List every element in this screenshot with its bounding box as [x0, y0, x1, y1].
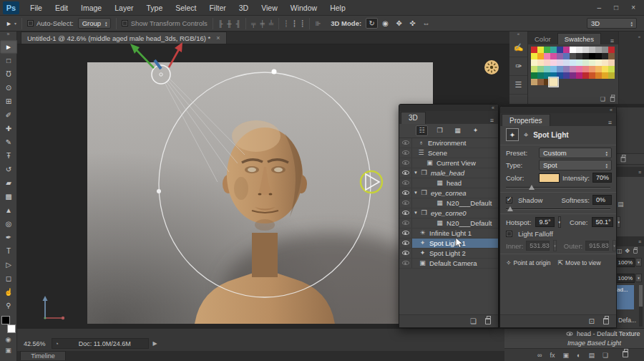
- scene-item-head-material[interactable]: ▦ head: [399, 178, 498, 188]
- stepper-icon[interactable]: [553, 240, 557, 251]
- collapse-dock-icon[interactable]: «: [638, 34, 640, 39]
- swatch[interactable]: [595, 59, 602, 66]
- panel-icon[interactable]: ▤: [618, 201, 624, 208]
- swatch[interactable]: [531, 53, 537, 59]
- tool-preset-dropdown-icon[interactable]: ▾: [14, 21, 16, 26]
- visibility-toggle[interactable]: [399, 198, 412, 208]
- brush-tool[interactable]: ✎: [0, 135, 17, 149]
- swatch[interactable]: [576, 47, 582, 53]
- brush-presets-panel-icon[interactable]: ✑: [509, 57, 527, 76]
- align-icon[interactable]: ╤: [251, 20, 255, 27]
- scene-item-eye-corne0[interactable]: ▼ ❒ eye_corne0: [399, 208, 498, 218]
- tab-timeline[interactable]: Timeline: [20, 351, 66, 360]
- orbit-3d-mode-icon[interactable]: ↻: [366, 18, 378, 29]
- swatch[interactable]: [531, 79, 537, 85]
- swatch[interactable]: [537, 79, 544, 85]
- swatch[interactable]: [550, 66, 557, 72]
- swatch[interactable]: [608, 59, 615, 66]
- tab-swatches[interactable]: Swatches: [557, 33, 601, 44]
- background-color-chip[interactable]: [7, 324, 16, 333]
- dropdown-arrow-icon[interactable]: [635, 258, 642, 266]
- swatch[interactable]: [563, 53, 570, 59]
- softness-field[interactable]: 0%: [592, 195, 612, 205]
- filter-whole-scene-icon[interactable]: ☷: [416, 125, 428, 136]
- quick-selection-tool[interactable]: ⊙: [0, 81, 17, 95]
- auto-select-checkbox[interactable]: [27, 20, 34, 27]
- gradient-tool[interactable]: ▩: [0, 190, 17, 203]
- outer-field[interactable]: 915.83: [585, 241, 609, 251]
- swatch[interactable]: [563, 47, 570, 53]
- delete-icon[interactable]: [603, 318, 609, 324]
- workspace-dropdown[interactable]: 3D: [587, 18, 637, 29]
- pen-tool[interactable]: ✒: [0, 231, 17, 244]
- light-color-swatch[interactable]: [539, 173, 560, 183]
- swatch[interactable]: [602, 72, 608, 79]
- swatch[interactable]: [589, 72, 595, 79]
- clone-stamp-tool[interactable]: Ŧ: [0, 149, 17, 163]
- screen-mode-button[interactable]: ▣: [0, 345, 17, 355]
- auto-align-icon[interactable]: ⊪: [315, 20, 321, 27]
- swatch[interactable]: [576, 72, 582, 79]
- visibility-toggle[interactable]: [399, 138, 412, 148]
- roll-3d-mode-icon[interactable]: ◉: [379, 18, 391, 29]
- status-menu-arrow-icon[interactable]: ▶: [153, 340, 157, 347]
- visibility-toggle[interactable]: [399, 168, 412, 178]
- canvas-image[interactable]: [87, 62, 433, 324]
- scene-item-spot-light-2[interactable]: ✦ Spot Light 2: [399, 249, 498, 259]
- swatch[interactable]: [595, 47, 602, 53]
- slide-3d-mode-icon[interactable]: ✜: [406, 18, 419, 29]
- panel-menu-icon[interactable]: ≡: [608, 119, 616, 126]
- scene-item-n20-default-2[interactable]: ▦ N20___Default: [399, 218, 498, 228]
- hand-tool[interactable]: ☝: [0, 285, 17, 299]
- hotspot-field[interactable]: 9.5°: [535, 217, 554, 227]
- swatch[interactable]: [563, 66, 570, 72]
- swatch[interactable]: [589, 47, 595, 53]
- visibility-toggle[interactable]: [399, 188, 412, 198]
- scene-item-scene[interactable]: ☰ Scene: [399, 148, 498, 158]
- shape-tool[interactable]: ◻: [0, 271, 17, 285]
- menu-item[interactable]: Type: [140, 4, 169, 12]
- visibility-toggle[interactable]: [399, 239, 412, 248]
- visibility-toggle[interactable]: [399, 208, 412, 218]
- eye-icon[interactable]: [567, 332, 573, 335]
- lock-icon[interactable]: ◫: [617, 248, 623, 254]
- layer-group-icon[interactable]: ▤: [588, 352, 595, 359]
- swatch[interactable]: [570, 66, 576, 72]
- visibility-toggle[interactable]: [399, 228, 412, 238]
- foreground-color-chip[interactable]: [1, 316, 10, 324]
- swatch[interactable]: [570, 72, 576, 79]
- swatch[interactable]: [570, 59, 576, 66]
- swatch[interactable]: [544, 47, 550, 53]
- menu-item[interactable]: Help: [323, 4, 352, 12]
- stepper-icon[interactable]: [558, 216, 562, 228]
- align-icon[interactable]: ╢: [236, 20, 240, 27]
- swatch[interactable]: [550, 59, 557, 66]
- selected-layer-row[interactable]: ad...: [615, 285, 634, 309]
- new-item-icon[interactable]: ❏: [470, 317, 477, 325]
- delete-layer-icon[interactable]: [623, 351, 628, 357]
- link-layers-icon[interactable]: ∞: [537, 352, 542, 359]
- swatch[interactable]: [608, 72, 615, 79]
- preset-dropdown[interactable]: Custom: [539, 148, 612, 158]
- scene-item-male-head[interactable]: ▼ ❒ male_head: [399, 168, 498, 178]
- visibility-toggle[interactable]: [399, 148, 412, 158]
- swatch[interactable]: [608, 53, 615, 59]
- eyedropper-tool[interactable]: ✐: [0, 108, 17, 122]
- align-icon[interactable]: ╧: [269, 20, 273, 27]
- softness-slider[interactable]: [506, 206, 610, 212]
- visibility-toggle[interactable]: [399, 158, 412, 168]
- swatch[interactable]: [537, 59, 544, 66]
- swatch[interactable]: [544, 53, 550, 59]
- collapse-dock-icon[interactable]: «: [517, 32, 519, 39]
- swatch[interactable]: [557, 47, 563, 53]
- window-control-icon[interactable]: □: [614, 4, 618, 11]
- intensity-slider[interactable]: [506, 184, 610, 191]
- tab-properties[interactable]: Properties: [502, 114, 550, 126]
- swatch[interactable]: [589, 66, 595, 72]
- lock-all-icon[interactable]: [633, 249, 638, 253]
- close-document-icon[interactable]: ×: [216, 34, 220, 42]
- shadow-checkbox[interactable]: [506, 197, 512, 203]
- expand-arrow-icon[interactable]: ▼: [414, 191, 419, 195]
- scene-item-eye-cornea[interactable]: ▼ ❒ eye_cornea: [399, 188, 498, 198]
- menu-item[interactable]: Select: [169, 4, 203, 12]
